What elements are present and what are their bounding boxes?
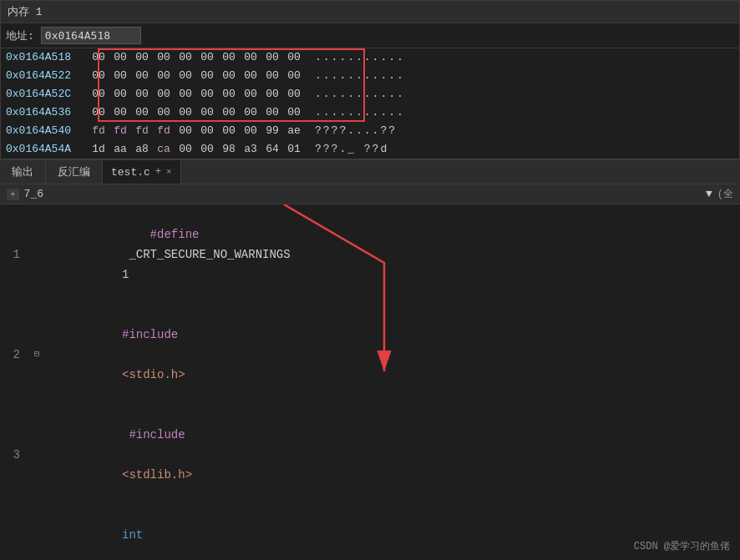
row-addr: 0x0164A54A	[1, 140, 84, 159]
row-addr: 0x0164A522	[1, 67, 84, 85]
memory-row: 0x0164A536 00 00 00 00 00 00 00 00 00 00…	[1, 103, 739, 122]
memory-window: 内存 1 地址: 0x0164A518 00 00 00 00 00 00 00	[0, 0, 740, 159]
code-editor: 1 #define _CRT_SECURE_NO_WARNINGS 1 2 ⊟ …	[0, 204, 740, 560]
hex-group: 00 00 00 00 00 00 00 00 00 00	[84, 85, 308, 103]
memory-row: 0x0164A54A 1d aa a8 ca 00 00 98 a3 64 01…	[1, 140, 739, 159]
hex-group: fd fd fd fd 00 00 00 00 99 ae	[84, 122, 308, 140]
row-addr: 0x0164A536	[1, 103, 84, 122]
tab-close-icon[interactable]: ×	[166, 167, 172, 177]
row-addr: 0x0164A52C	[1, 85, 84, 103]
row-addr: 0x0164A540	[1, 122, 84, 140]
code-line-4: 4 ⊟ int main ()	[0, 505, 740, 560]
ascii: ???._ ??d	[308, 140, 388, 159]
hex-group: 00 00 00 00 00 00 00 00 00 00	[84, 103, 308, 122]
code-line-1: 1 #define _CRT_SECURE_NO_WARNINGS 1	[0, 204, 740, 305]
ascii: ...........	[308, 48, 405, 67]
code-line-3: 3 #include <stdlib.h>	[0, 405, 740, 505]
hex-group: 00 00 00 00 00 00 00 00 00 00	[84, 67, 308, 85]
tab-output[interactable]: 输出	[0, 160, 46, 184]
ascii: ...........	[308, 67, 405, 85]
ascii: ????....??	[308, 122, 397, 140]
hex-group: 00 00 00 00 00 00 00 00 00 00	[84, 48, 308, 67]
collapse-icon[interactable]: ⊟	[34, 345, 39, 365]
memory-row: 0x0164A540 fd fd fd fd 00 00 00 00 99 ae…	[1, 122, 739, 140]
memory-title: 内存 1	[1, 1, 739, 23]
collapse-icon[interactable]: ⊟	[34, 555, 39, 560]
tab-testc[interactable]: test.c + ×	[103, 160, 181, 184]
tab-disassembly[interactable]: 反汇编	[46, 160, 103, 184]
memory-address-bar: 地址:	[1, 23, 739, 48]
address-input[interactable]	[41, 27, 141, 44]
tab-bar: 输出 反汇编 test.c + ×	[0, 159, 740, 184]
editor-header: + 7_6 ▼ (全	[0, 184, 740, 204]
ascii: ...........	[308, 103, 405, 122]
memory-content: 0x0164A518 00 00 00 00 00 00 00 00 00 00…	[1, 48, 739, 159]
memory-row: 0x0164A522 00 00 00 00 00 00 00 00 00 00…	[1, 67, 739, 85]
row-addr: 0x0164A518	[1, 48, 84, 67]
address-label: 地址:	[6, 28, 34, 43]
code-lines: 1 #define _CRT_SECURE_NO_WARNINGS 1 2 ⊟ …	[0, 204, 740, 560]
project-name: 7_6	[24, 188, 43, 200]
csdn-watermark: CSDN @爱学习的鱼佬	[634, 539, 730, 553]
memory-row: 0x0164A518 00 00 00 00 00 00 00 00 00 00…	[1, 48, 739, 67]
hex-group: 1d aa a8 ca 00 00 98 a3 64 01	[84, 140, 308, 159]
memory-row: 0x0164A52C 00 00 00 00 00 00 00 00 00 00…	[1, 85, 739, 103]
ascii: ...........	[308, 85, 405, 103]
code-line-2: 2 ⊟ #include <stdio.h>	[0, 305, 740, 405]
